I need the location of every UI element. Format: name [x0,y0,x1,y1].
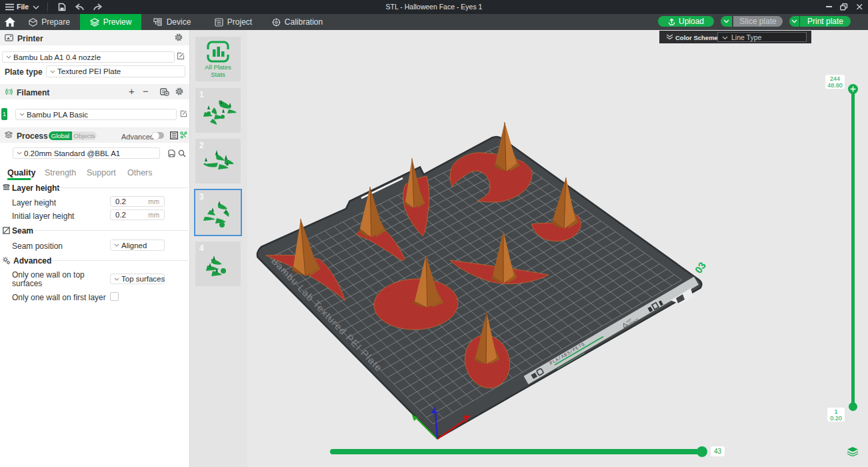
svg-text:03: 03 [693,260,708,275]
svg-text:H: H [159,22,161,25]
